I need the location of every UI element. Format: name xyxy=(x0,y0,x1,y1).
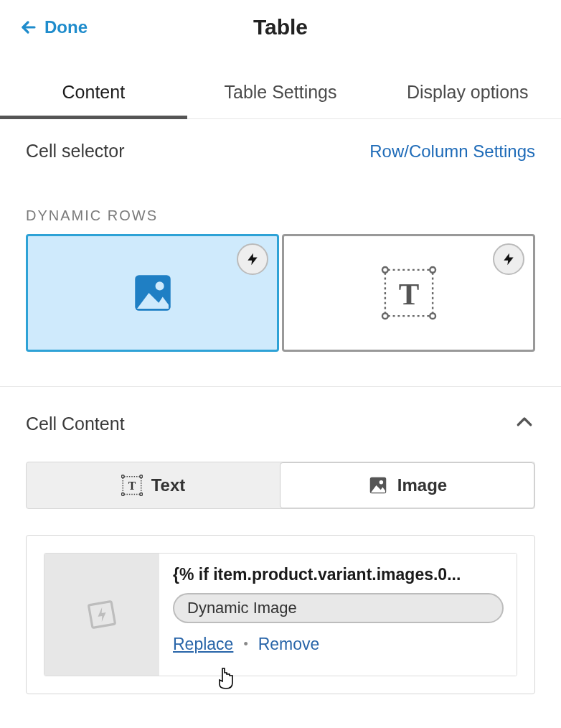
panel-header: Done Table xyxy=(0,0,561,50)
dynamic-badge-icon xyxy=(237,243,268,275)
collapse-toggle[interactable] xyxy=(514,411,535,436)
asset-row: {% if item.product.variant.images.0... D… xyxy=(44,553,517,676)
toggle-image-button[interactable]: Image xyxy=(280,462,534,508)
separator-dot: • xyxy=(243,637,248,652)
text-frame-icon: T xyxy=(381,266,437,320)
tab-content[interactable]: Content xyxy=(0,69,187,118)
dynamic-badge-icon xyxy=(493,243,524,275)
image-icon xyxy=(367,475,389,496)
image-content-box: {% if item.product.variant.images.0... D… xyxy=(26,535,535,694)
row-column-settings-link[interactable]: Row/Column Settings xyxy=(369,141,535,162)
svg-text:T: T xyxy=(128,480,136,492)
cell-content-title: Cell Content xyxy=(26,414,125,434)
svg-point-14 xyxy=(121,493,124,496)
svg-point-22 xyxy=(379,480,383,485)
svg-text:T: T xyxy=(398,277,419,311)
svg-point-12 xyxy=(121,475,124,478)
tab-bar: Content Table Settings Display options xyxy=(0,69,561,119)
svg-point-4 xyxy=(430,267,435,273)
back-button[interactable]: Done xyxy=(20,17,88,37)
page-title: Table xyxy=(253,15,308,39)
dynamic-rows-heading: DYNAMIC ROWS xyxy=(26,207,535,224)
text-frame-icon: T xyxy=(121,475,143,496)
svg-point-3 xyxy=(382,267,387,273)
asset-info: {% if item.product.variant.images.0... D… xyxy=(160,554,517,676)
back-label: Done xyxy=(44,17,88,37)
cell-type-toggle: T Text Image xyxy=(26,462,535,509)
asset-actions: Replace • Remove xyxy=(173,635,504,654)
toggle-text-label: Text xyxy=(151,475,186,495)
dynamic-placeholder-icon xyxy=(82,594,122,635)
svg-point-6 xyxy=(430,313,435,319)
toggle-text-button[interactable]: T Text xyxy=(27,462,280,508)
svg-point-2 xyxy=(155,281,164,290)
svg-point-5 xyxy=(382,313,387,319)
tab-display-options[interactable]: Display options xyxy=(374,69,561,118)
arrow-left-icon xyxy=(20,19,37,36)
asset-liquid-code: {% if item.product.variant.images.0... xyxy=(173,565,504,584)
replace-link[interactable]: Replace xyxy=(173,635,233,654)
asset-type-pill: Dynamic Image xyxy=(173,593,504,623)
chevron-up-icon xyxy=(514,411,535,433)
tab-table-settings[interactable]: Table Settings xyxy=(187,69,374,118)
svg-point-13 xyxy=(140,475,143,478)
svg-point-15 xyxy=(140,493,143,496)
cell-selector-section: Cell selector Row/Column Settings xyxy=(0,119,561,179)
cell-content-header: Cell Content xyxy=(0,387,561,436)
dynamic-row-cards: T xyxy=(0,234,561,352)
cell-selector-label: Cell selector xyxy=(26,141,125,162)
image-icon xyxy=(129,269,176,317)
toggle-image-label: Image xyxy=(397,475,447,495)
remove-link[interactable]: Remove xyxy=(258,635,320,654)
dynamic-row-image-card[interactable] xyxy=(26,234,279,352)
dynamic-row-text-card[interactable]: T xyxy=(282,234,535,352)
asset-thumbnail[interactable] xyxy=(44,554,159,676)
